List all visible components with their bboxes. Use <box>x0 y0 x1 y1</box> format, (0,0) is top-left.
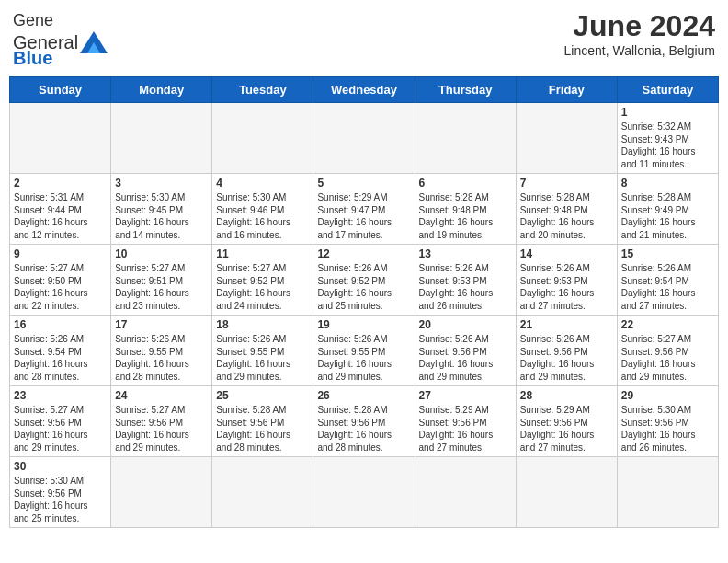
day-info: Sunrise: 5:26 AM Sunset: 9:53 PM Dayligh… <box>419 262 512 312</box>
calendar-cell <box>516 103 617 174</box>
day-info: Sunrise: 5:27 AM Sunset: 9:52 PM Dayligh… <box>216 262 309 312</box>
day-number: 3 <box>115 177 208 190</box>
calendar-title: June 2024 <box>564 9 715 43</box>
day-number: 9 <box>14 247 107 260</box>
day-info: Sunrise: 5:31 AM Sunset: 9:44 PM Dayligh… <box>14 191 107 241</box>
calendar-cell: 24Sunrise: 5:27 AM Sunset: 9:56 PM Dayli… <box>111 386 212 457</box>
day-number: 6 <box>419 177 512 190</box>
calendar-subtitle: Lincent, Wallonia, Belgium <box>564 43 715 58</box>
weekday-header-monday: Monday <box>111 77 212 103</box>
calendar-cell: 13Sunrise: 5:26 AM Sunset: 9:53 PM Dayli… <box>415 245 516 316</box>
day-info: Sunrise: 5:30 AM Sunset: 9:56 PM Dayligh… <box>14 475 107 524</box>
calendar-week-row: 30Sunrise: 5:30 AM Sunset: 9:56 PM Dayli… <box>10 457 719 528</box>
calendar-cell <box>111 457 212 528</box>
calendar-cell: 1Sunrise: 5:32 AM Sunset: 9:43 PM Daylig… <box>617 103 718 174</box>
calendar-week-row: 2Sunrise: 5:31 AM Sunset: 9:44 PM Daylig… <box>10 174 719 245</box>
calendar-cell: 26Sunrise: 5:28 AM Sunset: 9:56 PM Dayli… <box>313 386 415 457</box>
day-number: 10 <box>115 247 208 260</box>
calendar-cell <box>313 457 415 528</box>
weekday-header-tuesday: Tuesday <box>212 77 313 103</box>
svg-text:General: General <box>13 11 53 29</box>
calendar-cell: 9Sunrise: 5:27 AM Sunset: 9:50 PM Daylig… <box>10 245 111 316</box>
calendar-cell: 18Sunrise: 5:26 AM Sunset: 9:55 PM Dayli… <box>212 316 313 386</box>
calendar-cell: 8Sunrise: 5:28 AM Sunset: 9:49 PM Daylig… <box>617 174 718 245</box>
day-number: 1 <box>621 106 714 119</box>
calendar-cell <box>10 103 111 174</box>
weekday-header-saturday: Saturday <box>617 77 718 103</box>
calendar-cell: 10Sunrise: 5:27 AM Sunset: 9:51 PM Dayli… <box>111 245 212 316</box>
calendar-cell: 29Sunrise: 5:30 AM Sunset: 9:56 PM Dayli… <box>617 386 718 457</box>
day-number: 25 <box>216 389 309 402</box>
day-info: Sunrise: 5:28 AM Sunset: 9:49 PM Dayligh… <box>621 191 714 241</box>
calendar-cell <box>212 103 313 174</box>
day-number: 15 <box>621 247 714 260</box>
day-info: Sunrise: 5:30 AM Sunset: 9:45 PM Dayligh… <box>115 191 208 241</box>
day-number: 20 <box>419 318 512 331</box>
day-info: Sunrise: 5:26 AM Sunset: 9:56 PM Dayligh… <box>419 333 512 383</box>
day-number: 7 <box>520 177 613 190</box>
day-number: 8 <box>621 177 714 190</box>
day-info: Sunrise: 5:26 AM Sunset: 9:53 PM Dayligh… <box>520 262 613 312</box>
weekday-header-sunday: Sunday <box>10 77 111 103</box>
calendar-cell: 22Sunrise: 5:27 AM Sunset: 9:56 PM Dayli… <box>617 316 718 386</box>
day-number: 21 <box>520 318 613 331</box>
calendar-cell: 7Sunrise: 5:28 AM Sunset: 9:48 PM Daylig… <box>516 174 617 245</box>
day-info: Sunrise: 5:27 AM Sunset: 9:50 PM Dayligh… <box>14 262 107 312</box>
day-info: Sunrise: 5:28 AM Sunset: 9:48 PM Dayligh… <box>520 191 613 241</box>
calendar-cell <box>313 103 415 174</box>
day-number: 5 <box>317 177 410 190</box>
calendar-cell: 14Sunrise: 5:26 AM Sunset: 9:53 PM Dayli… <box>516 245 617 316</box>
day-number: 12 <box>317 247 410 260</box>
day-number: 17 <box>115 318 208 331</box>
calendar-header-row: SundayMondayTuesdayWednesdayThursdayFrid… <box>10 77 719 103</box>
calendar-cell: 27Sunrise: 5:29 AM Sunset: 9:56 PM Dayli… <box>415 386 516 457</box>
day-info: Sunrise: 5:29 AM Sunset: 9:47 PM Dayligh… <box>317 191 410 241</box>
calendar-cell: 12Sunrise: 5:26 AM Sunset: 9:52 PM Dayli… <box>313 245 415 316</box>
day-number: 23 <box>14 389 107 402</box>
day-info: Sunrise: 5:30 AM Sunset: 9:46 PM Dayligh… <box>216 191 309 241</box>
logo: General General Blue <box>13 9 108 69</box>
day-number: 26 <box>317 389 410 402</box>
day-number: 2 <box>14 177 107 190</box>
day-number: 22 <box>621 318 714 331</box>
calendar-week-row: 16Sunrise: 5:26 AM Sunset: 9:54 PM Dayli… <box>10 316 719 386</box>
day-number: 27 <box>419 389 512 402</box>
day-number: 30 <box>14 460 107 473</box>
calendar-cell: 30Sunrise: 5:30 AM Sunset: 9:56 PM Dayli… <box>10 457 111 528</box>
day-info: Sunrise: 5:30 AM Sunset: 9:56 PM Dayligh… <box>621 404 714 454</box>
calendar-cell: 5Sunrise: 5:29 AM Sunset: 9:47 PM Daylig… <box>313 174 415 245</box>
day-number: 11 <box>216 247 309 260</box>
calendar-cell: 17Sunrise: 5:26 AM Sunset: 9:55 PM Dayli… <box>111 316 212 386</box>
calendar-cell <box>415 457 516 528</box>
calendar-cell <box>415 103 516 174</box>
calendar-cell: 4Sunrise: 5:30 AM Sunset: 9:46 PM Daylig… <box>212 174 313 245</box>
day-info: Sunrise: 5:26 AM Sunset: 9:54 PM Dayligh… <box>621 262 714 312</box>
calendar-cell <box>516 457 617 528</box>
day-info: Sunrise: 5:28 AM Sunset: 9:56 PM Dayligh… <box>317 404 410 454</box>
calendar-cell <box>111 103 212 174</box>
day-info: Sunrise: 5:28 AM Sunset: 9:48 PM Dayligh… <box>419 191 512 241</box>
logo-blue-shape <box>80 31 108 53</box>
day-number: 16 <box>14 318 107 331</box>
day-info: Sunrise: 5:26 AM Sunset: 9:56 PM Dayligh… <box>520 333 613 383</box>
day-info: Sunrise: 5:26 AM Sunset: 9:55 PM Dayligh… <box>115 333 208 383</box>
page-header: General General Blue June 2024 Lincent, … <box>9 9 719 69</box>
day-info: Sunrise: 5:27 AM Sunset: 9:56 PM Dayligh… <box>115 404 208 454</box>
calendar-cell: 11Sunrise: 5:27 AM Sunset: 9:52 PM Dayli… <box>212 245 313 316</box>
day-number: 18 <box>216 318 309 331</box>
calendar-cell: 15Sunrise: 5:26 AM Sunset: 9:54 PM Dayli… <box>617 245 718 316</box>
logo-blue-text: Blue <box>13 48 52 68</box>
day-info: Sunrise: 5:29 AM Sunset: 9:56 PM Dayligh… <box>419 404 512 454</box>
day-info: Sunrise: 5:32 AM Sunset: 9:43 PM Dayligh… <box>621 121 714 170</box>
day-number: 13 <box>419 247 512 260</box>
day-number: 19 <box>317 318 410 331</box>
day-info: Sunrise: 5:26 AM Sunset: 9:54 PM Dayligh… <box>14 333 107 383</box>
day-info: Sunrise: 5:29 AM Sunset: 9:56 PM Dayligh… <box>520 404 613 454</box>
calendar-cell <box>617 457 718 528</box>
day-number: 24 <box>115 389 208 402</box>
weekday-header-wednesday: Wednesday <box>313 77 415 103</box>
calendar-title-area: June 2024 Lincent, Wallonia, Belgium <box>564 9 715 58</box>
calendar-cell: 2Sunrise: 5:31 AM Sunset: 9:44 PM Daylig… <box>10 174 111 245</box>
day-info: Sunrise: 5:26 AM Sunset: 9:55 PM Dayligh… <box>317 333 410 383</box>
calendar-cell <box>212 457 313 528</box>
